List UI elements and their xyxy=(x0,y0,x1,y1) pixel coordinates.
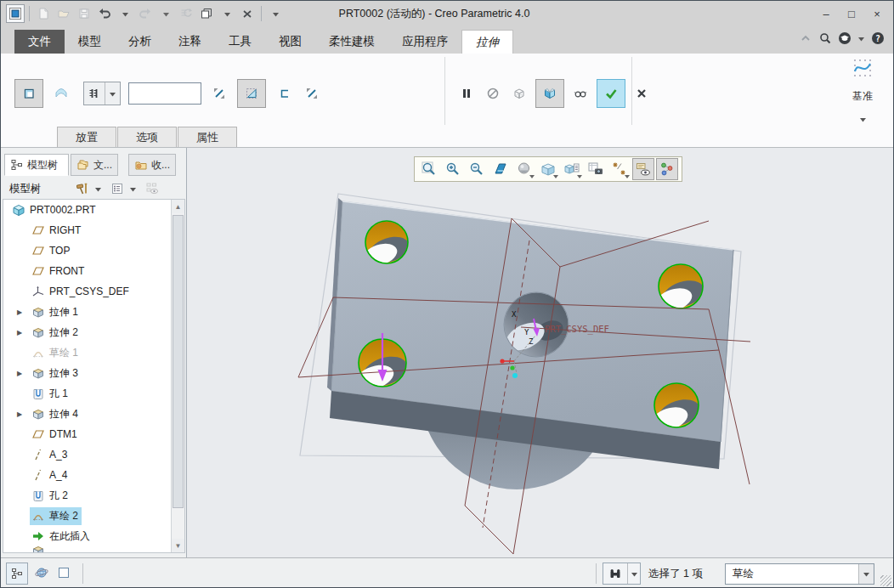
tree-item-草绘 1[interactable]: 草绘 1 xyxy=(3,342,171,363)
zoom-out-button[interactable] xyxy=(466,158,488,180)
navigator-tab-model-tree[interactable]: 模型树 xyxy=(4,154,69,176)
collapse-ribbon-icon[interactable] xyxy=(799,31,812,45)
ok-button[interactable] xyxy=(597,79,625,108)
close-window-button[interactable] xyxy=(238,4,257,23)
datum-display-button[interactable] xyxy=(608,158,631,180)
tree-settings-dropdown[interactable] xyxy=(129,185,137,193)
tree-item-A_4[interactable]: A_4 xyxy=(3,465,171,485)
datum-group-label[interactable]: 基准 xyxy=(844,89,881,104)
tree-item-孔 1[interactable]: 孔 1 xyxy=(3,383,171,404)
tree-item-PRT0002.PRT[interactable]: PRT0002.PRT xyxy=(3,200,171,220)
tab-工具[interactable]: 工具 xyxy=(215,30,265,54)
tree-item-拉伸 4[interactable]: ▶拉伸 4 xyxy=(3,404,171,424)
wireframe-preview-button[interactable] xyxy=(509,83,529,104)
solid-button[interactable] xyxy=(14,79,43,108)
tree-item-草绘 2[interactable]: 草绘 2 xyxy=(3,506,171,526)
tree-item-FRONT[interactable]: FRONT xyxy=(3,261,171,281)
tab-拉伸[interactable]: 拉伸 xyxy=(461,30,513,54)
tree-item-拉伸 1[interactable]: ▶拉伸 1 xyxy=(3,302,171,322)
tree-item-RIGHT[interactable]: RIGHT xyxy=(3,220,171,240)
resize-grip[interactable] xyxy=(880,575,891,586)
remove-material-button[interactable] xyxy=(237,79,266,108)
depth-option-combo[interactable] xyxy=(83,82,121,105)
windows-button[interactable] xyxy=(197,4,216,23)
attached-preview-button[interactable] xyxy=(535,79,564,108)
tab-应用程序[interactable]: 应用程序 xyxy=(388,30,461,54)
tab-注释[interactable]: 注释 xyxy=(165,30,215,54)
panel-tab-属性[interactable]: 属性 xyxy=(178,127,237,147)
tree-scrollbar[interactable]: ▲ ▼ xyxy=(171,200,184,552)
tree-item-DTM1[interactable]: DTM1 xyxy=(3,424,171,444)
flip-direction-button[interactable] xyxy=(302,83,322,104)
flip-direction-button[interactable] xyxy=(209,83,229,104)
caret-down-button[interactable] xyxy=(218,4,236,23)
capture-button[interactable] xyxy=(585,158,607,180)
scroll-up-arrow[interactable]: ▲ xyxy=(172,200,184,213)
tree-tools-dropdown[interactable] xyxy=(94,185,102,193)
settings-list-icon[interactable] xyxy=(110,182,124,195)
tab-分析[interactable]: 分析 xyxy=(115,30,165,54)
selection-filter-combo[interactable]: 草绘 xyxy=(725,563,874,585)
pause-button[interactable] xyxy=(456,83,477,104)
scroll-down-arrow[interactable]: ▼ xyxy=(172,539,184,552)
search-icon[interactable] xyxy=(818,31,832,45)
annotation-display-button[interactable] xyxy=(632,158,654,180)
depth-dropdown[interactable] xyxy=(105,82,120,105)
tree-filter-icon[interactable] xyxy=(145,182,159,195)
expand-arrow-icon[interactable]: ▶ xyxy=(17,370,30,377)
tab-视图[interactable]: 视图 xyxy=(265,30,315,54)
help-icon[interactable]: ? xyxy=(871,31,885,45)
scroll-thumb[interactable] xyxy=(173,215,184,508)
search-tool-button[interactable] xyxy=(603,563,641,585)
refit-button[interactable] xyxy=(418,158,440,180)
navigator-tab-folders[interactable]: 文... xyxy=(71,154,118,176)
view-manager-button[interactable] xyxy=(561,158,583,180)
navigator-tab-favorites[interactable]: 收... xyxy=(128,154,176,176)
undo-button[interactable] xyxy=(95,4,114,23)
expand-arrow-icon[interactable]: ▶ xyxy=(17,329,30,336)
3d-model-view[interactable]: X Y Z PRT_CSYS_DEF xyxy=(187,148,894,557)
saved-views-button[interactable] xyxy=(537,158,559,180)
tab-文件[interactable]: 文件 xyxy=(14,30,65,54)
repaint-button[interactable] xyxy=(489,158,512,180)
tree-item-孔 2[interactable]: 孔 2 xyxy=(3,485,171,506)
tree-item-拉伸 2[interactable]: ▶拉伸 2 xyxy=(3,322,171,342)
selection-filter-dropdown[interactable] xyxy=(858,564,874,584)
no-preview-button[interactable] xyxy=(483,83,503,104)
web-browser-button[interactable] xyxy=(35,566,48,580)
thicken-sketch-button[interactable] xyxy=(274,83,294,104)
caret-down-button[interactable] xyxy=(116,4,134,23)
panel-tab-放置[interactable]: 放置 xyxy=(57,127,116,147)
expand-arrow-icon[interactable]: ▶ xyxy=(17,410,30,418)
tab-模型[interactable]: 模型 xyxy=(65,30,115,54)
spin-center-button[interactable] xyxy=(656,158,678,180)
tree-item-PRT_CSYS_DEF[interactable]: PRT_CSYS_DEF xyxy=(3,281,171,302)
datum-sketch-icon[interactable] xyxy=(852,57,874,79)
tree-item-拉伸 3[interactable]: ▶拉伸 3 xyxy=(3,363,171,383)
maximize-button[interactable]: □ xyxy=(839,1,864,26)
tree-tools-icon[interactable] xyxy=(76,182,89,195)
datum-group-dropdown[interactable] xyxy=(859,116,867,123)
expand-arrow-icon[interactable]: ▶ xyxy=(17,308,30,316)
nav-tree-toggle-button[interactable] xyxy=(6,563,28,585)
tree-item-TOP[interactable]: TOP xyxy=(3,240,171,261)
minimize-button[interactable]: – xyxy=(813,1,839,26)
surface-button[interactable] xyxy=(47,79,76,108)
tree-item-A_3[interactable]: A_3 xyxy=(3,444,171,465)
display-style-button[interactable] xyxy=(513,158,535,180)
verify-glasses-button[interactable] xyxy=(570,83,591,104)
tab-柔性建模[interactable]: 柔性建模 xyxy=(315,30,388,54)
app-button[interactable] xyxy=(6,4,25,23)
caret-down-icon[interactable] xyxy=(857,35,865,42)
learning-connector-icon[interactable] xyxy=(838,31,852,45)
blank-page-button[interactable] xyxy=(57,566,71,580)
close-button[interactable]: × xyxy=(864,1,890,26)
panel-tab-选项[interactable]: 选项 xyxy=(117,127,177,147)
search-tool-dropdown[interactable] xyxy=(627,563,640,584)
cancel-button[interactable] xyxy=(631,83,652,104)
tree-item-在此插入[interactable]: 在此插入 xyxy=(3,526,171,546)
graphics-area[interactable]: X Y Z PRT_CSYS_DEF xyxy=(187,148,893,557)
tree-item-partial[interactable] xyxy=(3,546,171,553)
depth-value-input[interactable] xyxy=(128,82,201,105)
zoom-in-button[interactable] xyxy=(442,158,464,180)
